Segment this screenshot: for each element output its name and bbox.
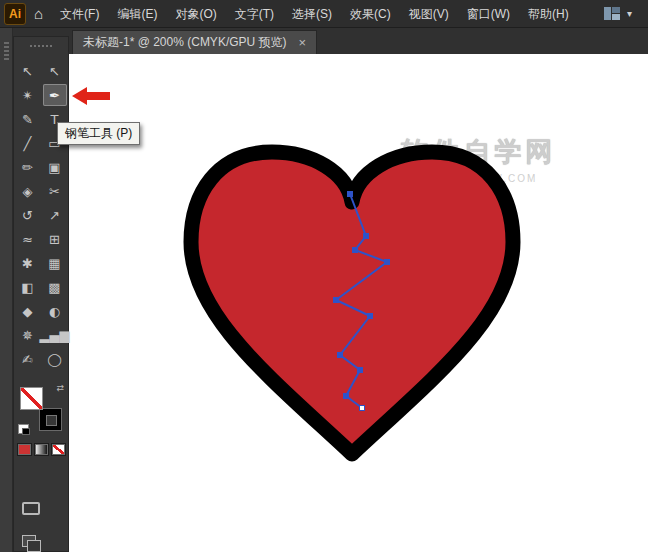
tool-pencil[interactable]: ✏: [16, 156, 40, 178]
tool-hand[interactable]: ✍: [16, 348, 40, 370]
tabbar: 未标题-1* @ 200% (CMYK/GPU 预览) ×: [0, 28, 648, 54]
menu-window[interactable]: 窗口(W): [458, 0, 519, 28]
menu-edit[interactable]: 编辑(E): [108, 0, 166, 28]
menubar-right: ▾: [604, 7, 648, 20]
gradient-button[interactable]: [34, 443, 49, 456]
workspace-layout-icon[interactable]: [604, 7, 620, 20]
tool-eyedropper[interactable]: ◆: [16, 300, 40, 322]
none-button[interactable]: [51, 443, 66, 456]
tool-scale[interactable]: ↗: [43, 204, 67, 226]
anchor-point[interactable]: [353, 248, 358, 253]
anchor-point[interactable]: [338, 353, 343, 358]
artwork: [69, 54, 648, 552]
menu-file[interactable]: 文件(F): [51, 0, 108, 28]
stroke-swatch[interactable]: [39, 408, 62, 431]
tool-selection[interactable]: ↖: [16, 60, 40, 82]
menu-select[interactable]: 选择(S): [283, 0, 341, 28]
anchor-point[interactable]: [364, 234, 369, 239]
toolbar: ↖↖✴✒✎T╱▭✏▣◈✂↺↗≈⊞✱▦◧▩◆◐✵▂▄▆✍◯ ⇄: [13, 36, 69, 552]
tool-mesh[interactable]: ▩: [43, 276, 67, 298]
pen-tool-tooltip: 钢笔工具 (P): [57, 122, 140, 145]
annotation-arrow: [70, 84, 112, 108]
anchor-point[interactable]: [358, 368, 363, 373]
tool-width[interactable]: ≈: [16, 228, 40, 250]
tool-paintbrush[interactable]: ✎: [16, 108, 40, 130]
menu-effect[interactable]: 效果(C): [341, 0, 400, 28]
menubar-menus: 文件(F)编辑(E)对象(O)文字(T)选择(S)效果(C)视图(V)窗口(W)…: [51, 0, 578, 28]
menu-help[interactable]: 帮助(H): [519, 0, 578, 28]
anchor-point[interactable]: [360, 406, 365, 411]
menu-type[interactable]: 文字(T): [226, 0, 283, 28]
color-button[interactable]: [17, 443, 32, 456]
dock-strip: [0, 28, 13, 552]
anchor-point[interactable]: [368, 314, 373, 319]
default-fill-stroke-icon[interactable]: [18, 424, 29, 434]
menu-view[interactable]: 视图(V): [400, 0, 458, 28]
tool-free-transform[interactable]: ⊞: [43, 228, 67, 250]
close-icon[interactable]: ×: [299, 36, 307, 49]
tool-pen[interactable]: ✒: [43, 84, 67, 106]
anchor-point[interactable]: [348, 192, 353, 197]
draw-mode-icon[interactable]: [22, 535, 36, 547]
tool-blend[interactable]: ◐: [43, 300, 67, 322]
document-tab[interactable]: 未标题-1* @ 200% (CMYK/GPU 预览) ×: [72, 30, 317, 54]
chevron-down-icon[interactable]: ▾: [627, 8, 632, 19]
screen-mode-icon[interactable]: [22, 502, 40, 515]
app-logo[interactable]: Ai: [4, 3, 26, 25]
swap-fill-stroke-icon[interactable]: ⇄: [56, 383, 64, 393]
tool-gradient[interactable]: ◧: [16, 276, 40, 298]
tool-direct-selection[interactable]: ↖: [43, 60, 67, 82]
anchor-point[interactable]: [385, 260, 390, 265]
tool-line-segment[interactable]: ╱: [16, 132, 40, 154]
canvas[interactable]: 软件自学网 WWW.RJZXW.COM: [69, 54, 648, 552]
toolbar-bottom: [14, 502, 68, 547]
tool-eraser[interactable]: ◈: [16, 180, 40, 202]
fill-swatch[interactable]: [20, 387, 43, 410]
tool-symbol-sprayer[interactable]: ✵: [16, 324, 40, 346]
tool-rotate[interactable]: ↺: [16, 204, 40, 226]
anchor-point[interactable]: [344, 394, 349, 399]
tool-zoom[interactable]: ◯: [43, 348, 67, 370]
menu-object[interactable]: 对象(O): [166, 0, 225, 28]
tool-scissors[interactable]: ✂: [43, 180, 67, 202]
toolbar-tools: ↖↖✴✒✎T╱▭✏▣◈✂↺↗≈⊞✱▦◧▩◆◐✵▂▄▆✍◯: [14, 59, 68, 371]
home-icon[interactable]: ⌂: [34, 5, 43, 22]
tool-column-graph[interactable]: ▂▄▆: [43, 324, 67, 346]
tool-perspective-grid[interactable]: ▦: [43, 252, 67, 274]
paint-mode-buttons: [14, 443, 68, 456]
tool-shape-builder[interactable]: ✱: [16, 252, 40, 274]
dock-gripper[interactable]: [4, 40, 9, 62]
menubar: Ai ⌂ 文件(F)编辑(E)对象(O)文字(T)选择(S)效果(C)视图(V)…: [0, 0, 648, 28]
tool-magic-wand[interactable]: ✴: [16, 84, 40, 106]
toolbar-gripper[interactable]: [28, 41, 54, 51]
document-tab-title: 未标题-1* @ 200% (CMYK/GPU 预览): [83, 34, 287, 51]
tool-shaper[interactable]: ▣: [43, 156, 67, 178]
anchor-point[interactable]: [334, 298, 339, 303]
arrow-shape: [72, 87, 110, 105]
fill-stroke-widget: ⇄: [20, 387, 62, 431]
